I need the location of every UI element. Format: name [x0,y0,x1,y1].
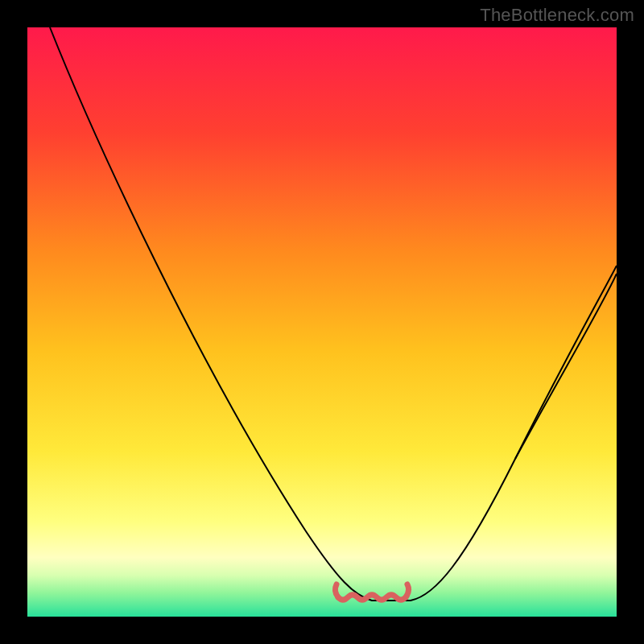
watermark-text: TheBottleneck.com [480,5,634,26]
gradient-rect [27,27,617,617]
chart-frame: TheBottleneck.com [0,0,644,644]
marker-right-cap [406,584,409,597]
plot-area [27,27,617,617]
marker-left-cap [335,584,338,597]
chart-svg [0,0,644,644]
